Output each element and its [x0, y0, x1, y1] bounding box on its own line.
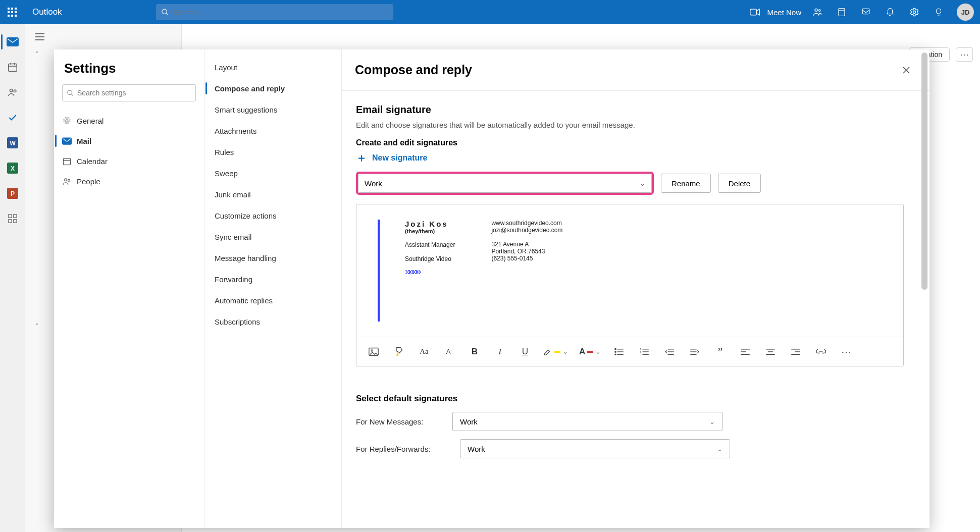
svg-rect-11 — [750, 9, 757, 15]
svg-rect-2 — [15, 8, 17, 10]
subnav-label: Automatic replies — [215, 296, 273, 305]
bold-icon[interactable]: B — [468, 345, 482, 359]
calendar-icon — [62, 156, 72, 166]
tips-bulb-icon[interactable] — [926, 0, 951, 24]
notifications-icon[interactable] — [878, 0, 902, 24]
subnav-rules[interactable]: Rules — [204, 141, 341, 163]
settings-content-pane: Compose and reply Email signature Edit a… — [342, 49, 930, 528]
signature-editor[interactable]: Jozi Kos (they/them) Assistant Manager S… — [356, 204, 904, 366]
italic-icon[interactable]: I — [493, 345, 507, 359]
subnav-compose-reply[interactable]: Compose and reply — [204, 78, 341, 99]
mail-icon — [62, 137, 72, 145]
dialog-close-button[interactable] — [896, 60, 916, 80]
people-icon — [62, 177, 72, 186]
align-right-icon[interactable] — [789, 345, 803, 359]
svg-rect-14 — [839, 9, 845, 16]
sig-preview-name: Jozi Kos — [405, 220, 455, 228]
svg-rect-1 — [11, 8, 13, 10]
settings-search-input[interactable] — [77, 89, 191, 97]
subnav-attachments[interactable]: Attachments — [204, 120, 341, 141]
outdent-icon[interactable] — [662, 345, 677, 359]
default-reply-value: Work — [468, 445, 485, 453]
settings-dialog: Settings General Mail Calendar People — [54, 49, 930, 528]
subnav-sweep[interactable]: Sweep — [204, 163, 341, 184]
editor-toolbar: Aa A° B I U ⌄ A⌄ 123 ” — [356, 337, 903, 366]
email-signature-description: Edit and choose signatures that will be … — [356, 121, 915, 129]
toolbar-overflow-icon[interactable]: ⋯ — [839, 345, 853, 359]
settings-nav-people[interactable]: People — [54, 171, 204, 191]
chevron-decor-icon: »»»» — [405, 265, 455, 277]
new-signature-label: New signature — [372, 153, 427, 163]
subnav-automatic-replies[interactable]: Automatic replies — [204, 290, 341, 311]
settings-nav-calendar[interactable]: Calendar — [54, 151, 204, 171]
insert-link-icon[interactable] — [814, 345, 828, 359]
indent-icon[interactable] — [688, 345, 702, 359]
settings-nav-mail[interactable]: Mail — [54, 131, 204, 151]
chevron-down-icon: ⌄ — [709, 418, 715, 425]
subnav-junk-email[interactable]: Junk email — [204, 184, 341, 205]
svg-rect-6 — [8, 15, 10, 17]
subnav-customize-actions[interactable]: Customize actions — [204, 205, 341, 226]
settings-search-box[interactable] — [62, 84, 196, 101]
default-new-label: For New Messages: — [356, 417, 444, 426]
subnav-smart-suggestions[interactable]: Smart suggestions — [204, 99, 341, 120]
align-center-icon[interactable] — [763, 345, 778, 359]
svg-rect-3 — [8, 11, 10, 13]
underline-icon[interactable]: U — [518, 345, 532, 359]
sig-preview-phone: (623) 555-0145 — [491, 255, 562, 262]
font-color-icon[interactable]: A⌄ — [579, 345, 601, 359]
delete-button[interactable]: Delete — [718, 174, 761, 193]
svg-point-12 — [815, 9, 817, 11]
signature-select[interactable]: Work ⌄ — [358, 174, 652, 193]
font-size-icon[interactable]: A° — [442, 345, 456, 359]
signature-select-value: Work — [365, 179, 382, 188]
notes-icon[interactable] — [830, 0, 854, 24]
quote-icon[interactable]: ” — [713, 345, 727, 359]
search-box[interactable] — [156, 4, 393, 20]
bullet-list-icon[interactable] — [612, 345, 626, 359]
meet-now-label[interactable]: Meet Now — [767, 8, 805, 17]
align-left-icon[interactable] — [738, 345, 752, 359]
number-list-icon[interactable]: 123 — [637, 345, 651, 359]
highlight-color-icon[interactable]: ⌄ — [543, 345, 568, 359]
subnav-subscriptions[interactable]: Subscriptions — [204, 311, 341, 332]
format-painter-icon[interactable] — [392, 345, 406, 359]
font-family-icon[interactable]: Aa — [417, 345, 431, 359]
todo-flag-icon[interactable] — [854, 0, 878, 24]
chevron-down-icon: ⌄ — [640, 180, 645, 187]
app-launcher-icon[interactable] — [0, 0, 24, 24]
subnav-label: Forwarding — [215, 275, 252, 284]
svg-line-39 — [71, 94, 73, 95]
subnav-message-handling[interactable]: Message handling — [204, 247, 341, 269]
subnav-sync-email[interactable]: Sync email — [204, 226, 341, 247]
meet-now-camera-icon[interactable] — [743, 0, 767, 24]
default-reply-select[interactable]: Work ⌄ — [460, 439, 730, 458]
svg-rect-7 — [11, 15, 13, 17]
nav-label: General — [77, 117, 104, 125]
rename-button[interactable]: Rename — [661, 174, 711, 193]
subnav-label: Subscriptions — [215, 317, 260, 326]
svg-rect-41 — [62, 137, 72, 144]
subnav-label: Smart suggestions — [215, 105, 277, 114]
subnav-label: Attachments — [215, 127, 256, 135]
svg-point-40 — [66, 120, 68, 122]
new-signature-button[interactable]: ＋ New signature — [356, 152, 915, 164]
settings-nav-general[interactable]: General — [54, 111, 204, 131]
svg-line-10 — [166, 13, 168, 15]
svg-rect-0 — [8, 8, 10, 10]
settings-title: Settings — [54, 59, 204, 84]
gear-icon — [62, 116, 72, 126]
insert-image-icon[interactable] — [367, 345, 381, 359]
subnav-forwarding[interactable]: Forwarding — [204, 269, 341, 290]
default-new-select[interactable]: Work ⌄ — [452, 412, 723, 431]
subnav-layout[interactable]: Layout — [204, 57, 341, 78]
teams-icon[interactable] — [805, 0, 830, 24]
svg-rect-8 — [15, 15, 17, 17]
sig-preview-address1: 321 Avenue A — [491, 241, 562, 248]
subnav-label: Junk email — [215, 190, 251, 199]
settings-gear-icon[interactable] — [902, 0, 926, 24]
svg-point-38 — [68, 90, 72, 94]
search-input[interactable] — [173, 8, 388, 17]
signature-editor-canvas[interactable]: Jozi Kos (they/them) Assistant Manager S… — [356, 204, 903, 337]
profile-avatar[interactable]: JD — [957, 4, 974, 21]
